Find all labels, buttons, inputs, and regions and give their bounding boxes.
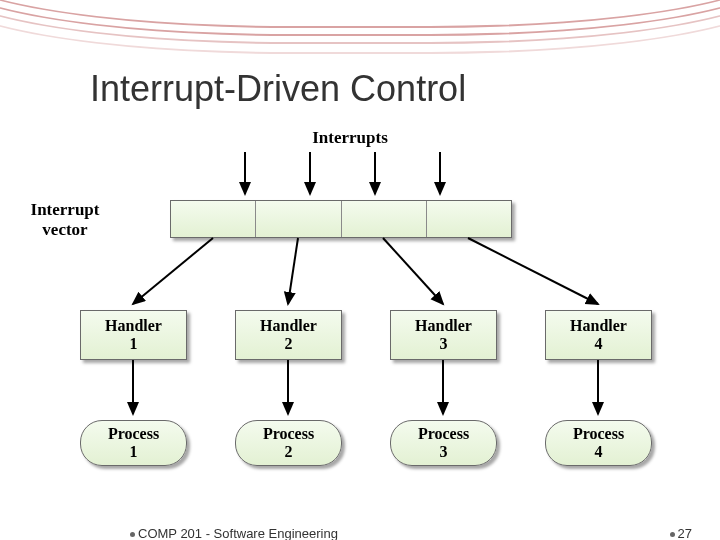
handler-box-2: Handler 2 (235, 310, 342, 360)
bullet-icon (130, 532, 135, 537)
handler-box-1: Handler 1 (80, 310, 187, 360)
svg-line-6 (383, 238, 443, 304)
diagram: Interrupts Interrupt vector Handler 1 Ha… (20, 120, 700, 490)
interrupt-vector-label: Interrupt vector (20, 200, 110, 240)
handler-box-3: Handler 3 (390, 310, 497, 360)
svg-line-7 (468, 238, 598, 304)
process-box-1: Process 1 (80, 420, 187, 466)
interrupts-label: Interrupts (290, 128, 410, 148)
svg-line-5 (288, 238, 298, 304)
handler-box-4: Handler 4 (545, 310, 652, 360)
decor-ribbon (0, 0, 720, 54)
process-box-4: Process 4 (545, 420, 652, 466)
slide-title: Interrupt-Driven Control (90, 68, 466, 110)
process-box-2: Process 2 (235, 420, 342, 466)
interrupt-vector-bar (170, 200, 512, 238)
process-box-3: Process 3 (390, 420, 497, 466)
footer-page-number: 27 (678, 526, 692, 540)
bullet-icon (670, 532, 675, 537)
footer-left: COMP 201 - Software Engineering (138, 526, 338, 540)
svg-line-4 (133, 238, 213, 304)
